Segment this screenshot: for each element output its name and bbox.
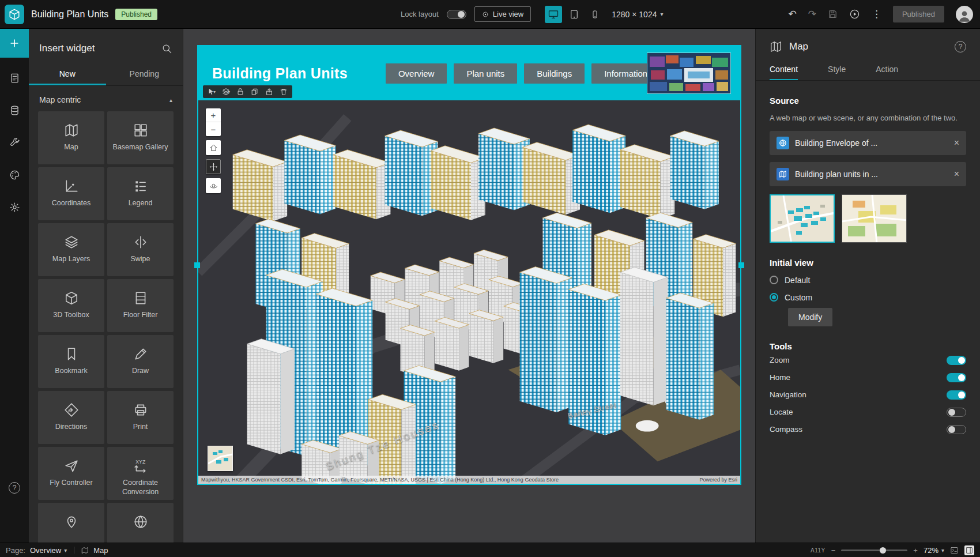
widget-card-legend[interactable]: Legend (107, 167, 174, 220)
utility-rail-button[interactable] (0, 128, 29, 157)
redo-button[interactable]: ↷ (808, 8, 816, 20)
widget-card-floor-filter[interactable]: Floor Filter (107, 279, 174, 332)
canvas-zoom-out-button[interactable]: − (831, 546, 836, 555)
person-icon (957, 8, 972, 23)
publish-button[interactable]: Published (893, 6, 944, 22)
map-icon (770, 40, 782, 53)
pan-tool-button[interactable] (206, 159, 221, 174)
search-icon (161, 43, 172, 54)
phone-view-button[interactable] (586, 6, 604, 23)
remove-source-button[interactable]: × (954, 169, 959, 179)
page-rail-button[interactable] (0, 63, 29, 92)
zoom-toggle[interactable] (947, 356, 966, 365)
tablet-view-button[interactable] (566, 6, 583, 23)
select-tool-button[interactable]: ▾ (208, 88, 216, 96)
save-button[interactable] (828, 9, 838, 19)
chevron-up-icon: ▴ (169, 97, 172, 103)
undo-button[interactable]: ↶ (788, 8, 796, 20)
preview-play-button[interactable] (849, 9, 860, 20)
settings-rail-button[interactable] (0, 193, 29, 221)
app-top-bar: Building Plan Units Published Lock layou… (0, 0, 980, 29)
section-map-centric[interactable]: Map centric ▴ (29, 86, 183, 111)
desktop-view-button[interactable] (545, 6, 562, 23)
map-scene[interactable]: Shung Tze Houses Bailey Street + − (198, 100, 740, 484)
navigation-toggle[interactable] (947, 390, 966, 400)
experience-builder-logo[interactable] (5, 5, 24, 24)
canvas-zoom-slider[interactable] (841, 550, 907, 551)
data-rail-button[interactable] (0, 96, 29, 125)
nav-buildings-button[interactable]: Buildings (524, 63, 585, 84)
slider-knob[interactable] (880, 547, 886, 554)
initial-view-heading: Initial view (770, 258, 966, 268)
locate-toggle[interactable] (947, 408, 966, 417)
insert-widget-rail-button[interactable] (0, 29, 29, 58)
widget-card-fly-controller[interactable]: Fly Controller (38, 447, 104, 500)
more-menu-button[interactable]: ⋮ (872, 8, 881, 20)
compass-toggle[interactable] (947, 425, 966, 434)
widget-card-coordinate-conversion[interactable]: XYZ Coordinate Conversion (107, 447, 174, 500)
wrench-icon (9, 137, 20, 148)
map-thumbnail[interactable] (842, 194, 907, 243)
tab-pending[interactable]: Pending (106, 63, 183, 85)
canvas-zoom-select[interactable]: 72% ▾ (924, 546, 944, 555)
widget-card-3d-toolbox[interactable]: 3D Toolbox (38, 279, 104, 332)
widget-card-swipe[interactable]: Swipe (107, 223, 174, 276)
source-item-web-scene[interactable]: Building Envelope of ... × (770, 131, 966, 155)
duplicate-button[interactable] (251, 88, 259, 96)
widget-card-bookmark[interactable]: Bookmark (38, 335, 104, 388)
console-icon[interactable] (950, 546, 959, 555)
remove-source-button[interactable]: × (954, 138, 959, 148)
widget-card-coordinates[interactable]: Coordinates (38, 167, 104, 220)
swipe-icon (133, 235, 148, 250)
partial-widget-icon (133, 514, 148, 529)
widget-card-partial[interactable] (107, 503, 174, 543)
unlock-button[interactable] (236, 88, 244, 96)
resolution-select[interactable]: 1280 × 1024 ▾ (612, 10, 663, 19)
widget-card-draw[interactable]: Draw (107, 335, 174, 388)
resize-handle-left[interactable] (194, 262, 200, 268)
account-avatar[interactable] (956, 6, 973, 23)
tab-action[interactable]: Action (876, 65, 898, 80)
radio-default[interactable]: Default (770, 276, 966, 285)
tab-style[interactable]: Style (828, 65, 846, 80)
widget-card-basemap-gallery[interactable]: Basemap Gallery (107, 111, 174, 164)
live-view-icon (482, 11, 489, 18)
zoom-out-button[interactable]: − (206, 122, 221, 136)
delete-button[interactable] (280, 88, 288, 96)
scene-thumbnail[interactable] (770, 194, 835, 243)
design-canvas[interactable]: Building Plan Units Overview Plan units … (183, 29, 755, 543)
page-selector[interactable]: Overview ▾ (30, 546, 67, 555)
widget-card-map[interactable]: Map (38, 111, 104, 164)
widget-search-button[interactable] (161, 43, 172, 54)
home-toggle[interactable] (947, 373, 966, 382)
widget-card-map-layers[interactable]: Map Layers (38, 223, 104, 276)
resize-handle-right[interactable] (738, 262, 744, 268)
theme-rail-button[interactable] (0, 160, 29, 189)
layers-tool-button[interactable]: ▾ (222, 88, 230, 96)
desktop-icon (548, 9, 559, 20)
widget-card-directions[interactable]: Directions (38, 391, 104, 444)
panel-layout-icon[interactable] (964, 545, 974, 555)
nav-plan-units-button[interactable]: Plan units (454, 63, 517, 84)
source-item-web-map[interactable]: Building plan units in ... × (770, 162, 966, 186)
widget-card-print[interactable]: Print (107, 391, 174, 444)
radio-custom[interactable]: Custom (770, 293, 966, 302)
rotate-tool-button[interactable] (206, 178, 221, 193)
help-rail-button[interactable]: ? (0, 473, 29, 502)
modify-button[interactable]: Modify (788, 308, 832, 326)
widget-card-partial[interactable] (38, 503, 104, 543)
live-view-button[interactable]: Live view (474, 6, 531, 22)
move-to-button[interactable] (265, 88, 273, 96)
selected-map-widget-frame[interactable]: Building Plan Units Overview Plan units … (197, 45, 741, 485)
zoom-in-button[interactable]: + (206, 108, 221, 122)
nav-overview-button[interactable]: Overview (386, 63, 447, 84)
overview-map-inset[interactable] (208, 446, 233, 471)
lock-layout-toggle[interactable] (447, 10, 466, 19)
tool-row-home: Home (770, 370, 966, 386)
canvas-zoom-in-button[interactable]: + (913, 546, 918, 555)
home-button[interactable] (206, 140, 221, 155)
tab-new[interactable]: New (29, 63, 106, 85)
widget-grid: Map Basemap Gallery Coordinates Legend M… (29, 111, 183, 543)
help-icon[interactable]: ? (955, 41, 966, 52)
tab-content[interactable]: Content (770, 65, 798, 80)
